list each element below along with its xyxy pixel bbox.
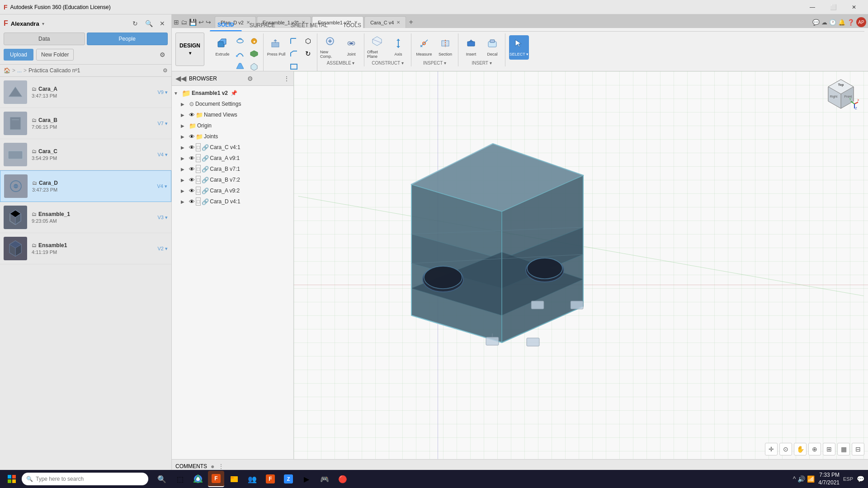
tree-item-cara-a-v9-2[interactable]: ▶ 👁 □ 🔗 Cara_A v9:2 xyxy=(172,185,293,196)
browser-settings-icon[interactable]: ⚙ xyxy=(247,75,253,82)
taskbar-fusion-icon[interactable]: F xyxy=(208,471,224,487)
vc-fit-icon[interactable]: ⊞ xyxy=(823,443,835,455)
tree-doc-settings-arrow[interactable]: ▶ xyxy=(181,102,188,107)
tree-item-joints[interactable]: ▶ 👁 📁 Joints xyxy=(172,131,293,142)
tree-cara-c-v4-arrow[interactable]: ▶ xyxy=(181,145,188,150)
insert-decal-button[interactable]: Decal xyxy=(482,35,502,60)
tree-root-item[interactable]: ▼ 📁 Ensamble1 v2 📌 xyxy=(172,88,293,99)
tree-origin-arrow[interactable]: ▶ xyxy=(181,123,188,128)
taskbar-search-input[interactable] xyxy=(36,476,144,482)
nav-cube[interactable]: Top Front Right X Y Z xyxy=(823,76,859,112)
insert-mcmaster-button[interactable]: Insert xyxy=(461,35,481,60)
taskbar-time-display[interactable]: 7:33 PM 4/7/2021 xyxy=(818,471,840,487)
create-rib-button[interactable]: ★ xyxy=(248,35,260,47)
inspect-section-button[interactable]: Section xyxy=(435,35,455,60)
tree-item-cara-c-v4[interactable]: ▶ 👁 □ 🔗 Cara_C v4:1 xyxy=(172,142,293,153)
upload-button[interactable]: Upload xyxy=(4,49,33,61)
taskbar-explorer-icon[interactable] xyxy=(226,471,242,487)
file-item-ensamble1b[interactable]: 🗂 Ensamble1 4:11:19 PM V2 ▾ xyxy=(0,233,171,264)
design-dropdown[interactable]: DESIGN ▾ xyxy=(175,33,204,66)
3d-viewport[interactable]: Top Front Right X Y Z xyxy=(294,71,868,459)
close-panel-icon[interactable]: ✕ xyxy=(157,18,168,29)
taskbar-notification-icon[interactable]: 💬 xyxy=(857,475,864,483)
tree-checkbox-cara-a-v9-2[interactable]: □ xyxy=(196,187,201,195)
tree-cara-b-v7-2-arrow[interactable]: ▶ xyxy=(181,178,188,183)
tree-cara-a-v9-1-arrow[interactable]: ▶ xyxy=(181,156,188,161)
taskbar-f360-icon[interactable]: F xyxy=(262,471,278,487)
tree-item-cara-d-v4-1[interactable]: ▶ 👁 □ 🔗 Cara_D v4:1 xyxy=(172,196,293,207)
taskbar-extra-icon[interactable]: 🔴 xyxy=(335,471,351,487)
create-extrude-button[interactable]: Extrude xyxy=(212,35,232,60)
create-thread-button[interactable] xyxy=(248,48,260,60)
modify-fillet-button[interactable] xyxy=(288,35,300,47)
vc-move-icon[interactable]: ✛ xyxy=(765,443,778,455)
comments-expand-icon[interactable]: ⋮ xyxy=(218,463,224,470)
taskbar-chrome-icon[interactable] xyxy=(190,471,206,487)
browser-collapse-icon[interactable]: ◀◀ xyxy=(175,74,186,83)
comments-dot-icon[interactable]: ● xyxy=(211,463,214,470)
vc-display-icon[interactable]: ⊟ xyxy=(852,443,864,455)
breadcrumb-home-icon[interactable]: 🏠 xyxy=(4,67,10,74)
taskbar-task-view[interactable]: ⬚ xyxy=(172,471,188,487)
vc-orbit-icon[interactable]: ⊙ xyxy=(779,443,792,455)
taskbar-start-button[interactable] xyxy=(4,471,20,487)
create-box-button[interactable] xyxy=(248,61,260,72)
tree-named-views-arrow[interactable]: ▶ xyxy=(181,113,188,117)
vc-view-icon[interactable]: ▦ xyxy=(837,443,850,455)
taskbar-media-icon[interactable]: ▶ xyxy=(298,471,315,487)
taskbar-zoom-icon[interactable]: Z xyxy=(280,471,297,487)
modify-combine-button[interactable]: ↻ xyxy=(302,48,314,60)
taskbar-search-bar[interactable]: 🔍 xyxy=(22,473,148,485)
assemble-joint-button[interactable]: Joint xyxy=(341,35,361,60)
tab-solid[interactable]: SOLID xyxy=(210,19,242,31)
file-item-cara-c[interactable]: 🗂 Cara_C 3:54:29 PM V4 ▾ xyxy=(0,139,171,170)
search-icon[interactable]: 🔍 xyxy=(143,18,154,29)
people-tab[interactable]: People xyxy=(87,33,168,45)
taskbar-network-icon[interactable]: 📶 xyxy=(807,475,815,483)
taskbar-game-icon[interactable]: 🎮 xyxy=(316,471,333,487)
taskbar-search-app[interactable]: 🔍 xyxy=(154,471,170,487)
create-sweep-button[interactable] xyxy=(234,48,246,60)
save-icon[interactable]: 💾 xyxy=(189,19,197,26)
tree-item-cara-a-v9-1[interactable]: ▶ 👁 □ 🔗 Cara_A v9:1 xyxy=(172,153,293,164)
create-revolve-button[interactable] xyxy=(234,35,246,47)
tab-tools[interactable]: TOOLS xyxy=(335,19,369,31)
assemble-new-component[interactable]: New Comp. xyxy=(320,35,340,60)
select-button[interactable]: SELECT ▾ xyxy=(509,35,529,60)
tree-checkbox-cara-a-v9-1[interactable]: □ xyxy=(196,154,201,162)
tab-surface[interactable]: SURFACE xyxy=(242,19,283,31)
tree-cara-d-v4-1-arrow[interactable]: ▶ xyxy=(181,199,188,204)
tree-joints-arrow[interactable]: ▶ xyxy=(181,134,188,139)
tree-cara-b-v7-1-arrow[interactable]: ▶ xyxy=(181,167,188,172)
apps-grid-icon[interactable]: ⊞ xyxy=(174,19,179,26)
tree-item-doc-settings[interactable]: ▶ ⚙ Document Settings xyxy=(172,99,293,109)
tab-sheet-metal[interactable]: SHEET METAL xyxy=(283,19,335,31)
breadcrumb-settings-icon[interactable]: ⚙ xyxy=(163,67,168,74)
taskbar-volume-icon[interactable]: 🔊 xyxy=(797,475,805,483)
settings-icon[interactable]: ⚙ xyxy=(157,49,168,60)
file-item-cara-a[interactable]: 🗂 Cara_A 3:47:13 PM V9 ▾ xyxy=(0,77,171,108)
construct-axis-button[interactable]: Axis xyxy=(388,35,408,60)
data-tab[interactable]: Data xyxy=(4,33,85,45)
file-item-cara-b[interactable]: 🗂 Cara_B 7:06:15 PM V7 ▾ xyxy=(0,108,171,139)
tree-checkbox-icon-cara-c-v4[interactable]: □ xyxy=(196,143,201,151)
tree-root-pin-icon[interactable]: 📌 xyxy=(231,90,237,96)
modify-press-pull-button[interactable]: Press Pull xyxy=(266,35,286,60)
file-item-cara-d[interactable]: 🗂 Cara_D 3:47:23 PM V4 ▾ xyxy=(0,170,171,202)
modify-chamfer-button[interactable] xyxy=(288,48,300,60)
new-folder-button[interactable]: New Folder xyxy=(36,49,74,61)
file-version-cara-d[interactable]: V4 ▾ xyxy=(157,183,167,189)
file-menu-icon[interactable]: 🗂 xyxy=(181,19,187,26)
tree-item-origin[interactable]: ▶ 📁 Origin xyxy=(172,120,293,131)
inspect-measure-button[interactable]: Measure xyxy=(414,35,434,60)
file-version-cara-b[interactable]: V7 ▾ xyxy=(157,121,168,127)
undo-icon[interactable]: ↩ xyxy=(198,19,204,26)
taskbar-teams-icon[interactable]: 👥 xyxy=(244,471,260,487)
file-version-cara-c[interactable]: V4 ▾ xyxy=(157,152,168,158)
minimize-button[interactable]: — xyxy=(802,0,823,14)
tree-cara-a-v9-2-arrow[interactable]: ▶ xyxy=(181,188,188,193)
user-dropdown-icon[interactable]: ▾ xyxy=(42,21,44,26)
modify-scale-button[interactable]: ⬡ xyxy=(302,35,314,47)
tree-checkbox-cara-d-v4-1[interactable]: □ xyxy=(196,197,201,206)
tree-item-cara-b-v7-1[interactable]: ▶ 👁 □ 🔗 Cara_B v7:1 xyxy=(172,164,293,174)
